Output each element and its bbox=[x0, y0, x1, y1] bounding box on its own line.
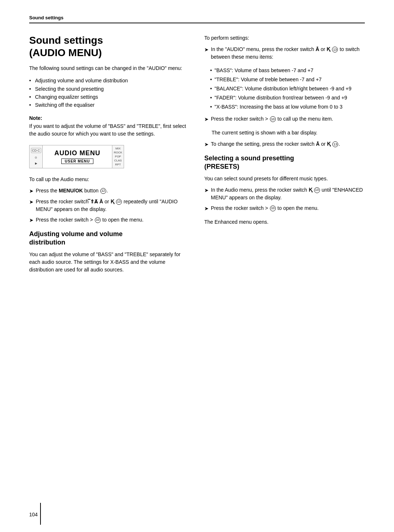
step-arrow: ➤ bbox=[204, 205, 209, 212]
rpt-label: RPT bbox=[115, 163, 121, 167]
clas-label: CLAS bbox=[114, 159, 122, 163]
cd-icon: CD·C bbox=[31, 148, 41, 153]
step-arrow: ➤ bbox=[29, 198, 34, 206]
user-menu-label: USER MENU bbox=[61, 159, 93, 164]
perform-steps-2: ➤ Press the rocker switch > 10 to call u… bbox=[204, 115, 365, 123]
step-arrow: ➤ bbox=[204, 187, 209, 194]
step-arrow: ➤ bbox=[204, 141, 209, 148]
button-12-icon: 12 bbox=[100, 188, 106, 194]
feature-list: Adjusting volume and volume distribution… bbox=[29, 77, 190, 109]
step-text: In the Audio menu, press the rocker swit… bbox=[211, 186, 365, 202]
radio-icon: ⊙ bbox=[35, 156, 37, 159]
step-text: In the "AUDIO" menu, press the rocker sw… bbox=[211, 46, 365, 61]
step-3: ➤ Press the rocker switch > 10 to open t… bbox=[29, 216, 190, 224]
right-menu-icons: MIX ROCK POP CLAS RPT bbox=[112, 145, 124, 168]
call-up-steps: ➤ Press the MENU/OK button 12. ➤ Press t… bbox=[29, 187, 190, 224]
note-label: Note: bbox=[29, 115, 190, 121]
presets-step-2: ➤ Press the rocker switch > 10 to open t… bbox=[204, 204, 365, 212]
button-13-icon: 13 bbox=[332, 141, 338, 147]
intro-text: The following sound settings can be chan… bbox=[29, 64, 190, 72]
main-title: Sound settings (AUDIO MENU) bbox=[29, 34, 190, 59]
pop-label: POP bbox=[115, 155, 121, 159]
step-1: ➤ Press the MENU/OK button 12. bbox=[29, 187, 190, 195]
audio-menu-title: AUDIO MENU bbox=[54, 149, 100, 157]
two-column-layout: Sound settings (AUDIO MENU) The followin… bbox=[29, 34, 365, 277]
list-item: Changing equalizer settings bbox=[29, 93, 190, 101]
perform-step-3: ➤ To change the setting, press the rocke… bbox=[204, 140, 365, 148]
left-column: Sound settings (AUDIO MENU) The followin… bbox=[29, 34, 190, 277]
main-title-line2: (AUDIO MENU) bbox=[29, 47, 102, 58]
perform-intro: To perform settings: bbox=[204, 34, 365, 42]
list-item: Adjusting volume and volume distribution bbox=[29, 77, 190, 85]
main-title-line1: Sound settings bbox=[29, 35, 103, 46]
perform-steps-3: ➤ To change the setting, press the rocke… bbox=[204, 140, 365, 148]
step-arrow: ➤ bbox=[204, 116, 209, 123]
step-arrow: ➤ bbox=[29, 216, 34, 224]
presets-title: Selecting a sound presetting (PRESETS) bbox=[204, 154, 365, 171]
note-text: If you want to adjust the volume of "BAS… bbox=[29, 122, 190, 138]
page-header: Sound settings bbox=[29, 15, 365, 23]
list-item: Selecting the sound presetting bbox=[29, 85, 190, 93]
perform-steps: ➤ In the "AUDIO" menu, press the rocker … bbox=[204, 46, 365, 61]
list-item: "BASS": Volume of bass between -7 and +7 bbox=[210, 67, 365, 74]
list-item: Switching off the equaliser bbox=[29, 101, 190, 109]
page-divider bbox=[40, 503, 41, 525]
step-text: Press the MENU/OK button 12. bbox=[36, 187, 190, 195]
presets-steps: ➤ In the Audio menu, press the rocker sw… bbox=[204, 186, 365, 212]
page-number: 104 bbox=[29, 512, 38, 517]
perform-step-1: ➤ In the "AUDIO" menu, press the rocker … bbox=[204, 46, 365, 61]
adj-volume-title: Adjusting volume and volume distribution bbox=[29, 230, 190, 247]
rock-label: ROCK bbox=[114, 151, 122, 154]
step-text: Press the rocker switch > 10 to open the… bbox=[211, 204, 365, 212]
right-column: To perform settings: ➤ In the "AUDIO" me… bbox=[204, 34, 365, 277]
list-item: "BALANCE": Volume distribution left/righ… bbox=[210, 85, 365, 93]
note-block: Note: If you want to adjust the volume o… bbox=[29, 115, 190, 138]
mix-label: MIX bbox=[115, 147, 120, 150]
presets-step-1: ➤ In the Audio menu, press the rocker sw… bbox=[204, 186, 365, 202]
list-item: "FADER": Volume distribution front/rear … bbox=[210, 94, 365, 102]
menu-items-list: "BASS": Volume of bass between -7 and +7… bbox=[210, 67, 365, 111]
step-arrow: ➤ bbox=[29, 187, 34, 195]
step-2: ➤ Press the rocker switch ̅⇑A̅ Ā or Қ 13… bbox=[29, 198, 190, 213]
step-text: To change the setting, press the rocker … bbox=[211, 140, 365, 148]
adj-volume-para: You can adjust the volume of "BASS" and … bbox=[29, 251, 190, 274]
button-13-icon: 13 bbox=[332, 47, 338, 52]
button-10-icon: 10 bbox=[270, 206, 276, 211]
list-item: "TREBLE": Volume of treble between -7 an… bbox=[210, 76, 365, 83]
tape-icon: ▶ bbox=[35, 162, 37, 165]
rocker-up-icon: A̅ bbox=[94, 198, 98, 206]
button-10-icon: 10 bbox=[270, 116, 276, 122]
left-icons: CD·C ⊙ ▶ bbox=[30, 145, 43, 168]
button-13-icon: 13 bbox=[314, 187, 320, 193]
page: Sound settings Sound settings (AUDIO MEN… bbox=[0, 0, 394, 532]
step-text: Press the rocker switch ̅⇑A̅ Ā or Қ 13 r… bbox=[36, 198, 190, 213]
step-arrow: ➤ bbox=[204, 46, 209, 54]
list-item: "X-BASS": Increasing the bass at low vol… bbox=[210, 103, 365, 111]
perform-step-2: ➤ Press the rocker switch > 10 to call u… bbox=[204, 115, 365, 123]
presets-para: You can select sound presets for differe… bbox=[204, 175, 365, 183]
page-header-title: Sound settings bbox=[29, 15, 63, 20]
step-text: Press the rocker switch > 10 to call up … bbox=[211, 115, 365, 123]
audio-menu-center: AUDIO MENU USER MENU bbox=[43, 145, 112, 168]
enhanced-menu-note: The Enhanced menu opens. bbox=[204, 218, 365, 226]
button-13-icon: 13 bbox=[116, 199, 122, 205]
step-text: Press the rocker switch > 10 to open the… bbox=[36, 216, 190, 224]
step2-extra: The current setting is shown with a bar … bbox=[212, 129, 365, 137]
call-up-intro: To call up the Audio menu: bbox=[29, 176, 190, 183]
step2-extra-text: The current setting is shown with a bar … bbox=[212, 129, 365, 137]
audio-menu-display: CD·C ⊙ ▶ AUDIO MENU USER MENU MIX ROCK P… bbox=[29, 145, 124, 168]
button-10-icon: 10 bbox=[95, 217, 101, 223]
